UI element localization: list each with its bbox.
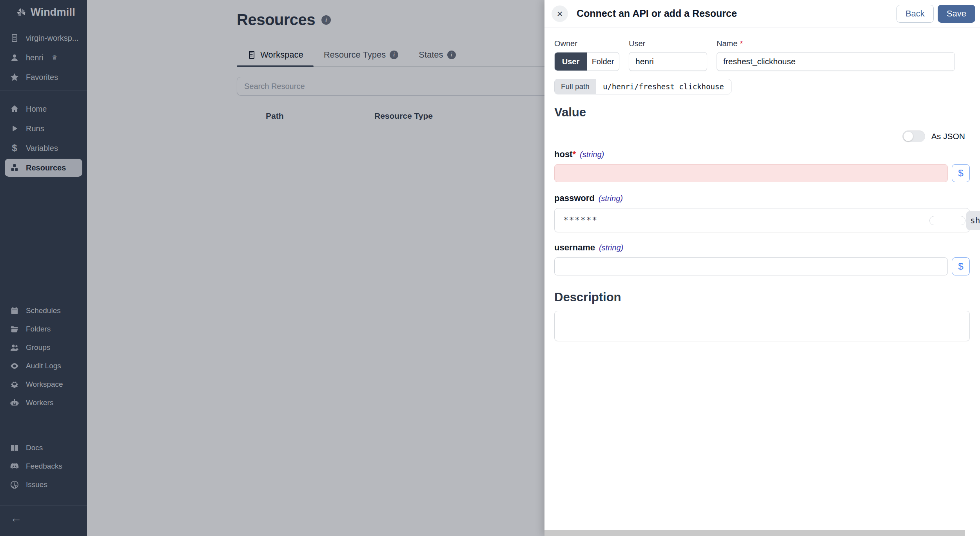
save-button[interactable]: Save (938, 5, 975, 23)
owner-label: Owner (554, 39, 619, 48)
user-label: User (629, 39, 707, 48)
type-hint: (string) (580, 150, 604, 159)
required-asterisk: * (740, 39, 743, 48)
horizontal-scrollbar[interactable] (544, 530, 980, 536)
name-label: Name* (717, 39, 970, 48)
drawer-body: Owner User Folder User Name* Full path (544, 27, 980, 343)
value-heading: Value (554, 105, 970, 120)
toggle-knob (904, 132, 913, 141)
owner-toggle: User Folder (554, 52, 619, 71)
user-field[interactable] (629, 52, 707, 71)
insert-variable-button[interactable]: $ (952, 164, 970, 182)
owner-option-user[interactable]: User (555, 53, 587, 71)
close-icon[interactable]: × (552, 5, 568, 22)
host-label: host*(string) (554, 149, 970, 159)
full-path-value: u/henri/freshest_clickhouse (596, 79, 731, 94)
owner-option-folder[interactable]: Folder (587, 53, 619, 71)
password-field[interactable]: ****** sh (554, 208, 970, 232)
resource-drawer: × Connect an API or add a Resource Back … (544, 0, 980, 536)
field-password: password(string) ****** sh (554, 193, 970, 232)
required-asterisk: * (572, 149, 576, 159)
show-password-chip[interactable]: sh (966, 211, 980, 230)
drawer-header: × Connect an API or add a Resource Back … (544, 0, 980, 27)
full-path-label: Full path (555, 79, 596, 94)
password-toggle-pill[interactable] (929, 216, 965, 225)
password-masked-value: ****** (563, 215, 598, 225)
password-label: password(string) (554, 193, 970, 203)
name-field[interactable] (717, 52, 955, 71)
type-hint: (string) (599, 243, 623, 252)
description-heading: Description (554, 290, 970, 304)
type-hint: (string) (599, 194, 623, 203)
scrollbar-thumb[interactable] (544, 530, 965, 536)
drawer-backdrop[interactable] (0, 0, 544, 536)
drawer-title: Connect an API or add a Resource (577, 8, 737, 19)
field-username: username(string) $ (554, 243, 970, 275)
username-field[interactable] (554, 257, 948, 275)
username-label: username(string) (554, 243, 970, 253)
windmill-app: Windmill virgin-worksp... henri ♛ F (0, 0, 980, 536)
back-button[interactable]: Back (897, 5, 934, 23)
host-field[interactable] (554, 164, 948, 182)
insert-variable-button[interactable]: $ (952, 257, 970, 275)
as-json-label: As JSON (931, 132, 965, 141)
field-host: host*(string) $ (554, 149, 970, 182)
description-textarea[interactable] (554, 311, 970, 341)
as-json-toggle[interactable] (902, 130, 925, 142)
full-path-chip: Full path u/henri/freshest_clickhouse (554, 79, 731, 94)
